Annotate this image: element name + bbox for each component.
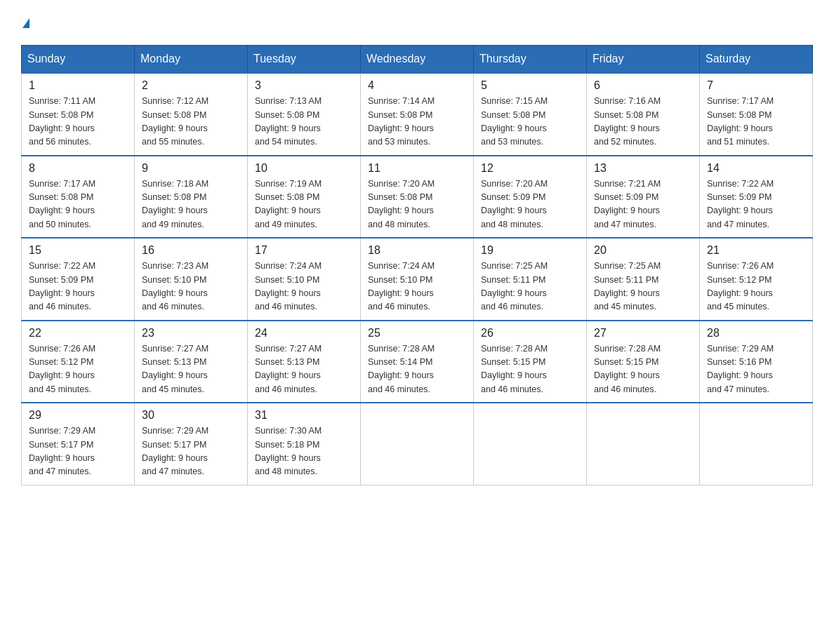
week-row: 15 Sunrise: 7:22 AMSunset: 5:09 PMDaylig…	[22, 238, 813, 321]
calendar-cell: 24 Sunrise: 7:27 AMSunset: 5:13 PMDaylig…	[248, 321, 361, 403]
calendar-cell: 12 Sunrise: 7:20 AMSunset: 5:09 PMDaylig…	[474, 156, 587, 239]
day-info: Sunrise: 7:29 AMSunset: 5:16 PMDaylight:…	[707, 342, 805, 397]
calendar-cell: 30 Sunrise: 7:29 AMSunset: 5:17 PMDaylig…	[135, 403, 248, 485]
calendar-cell: 8 Sunrise: 7:17 AMSunset: 5:08 PMDayligh…	[22, 156, 135, 239]
calendar-cell: 20 Sunrise: 7:25 AMSunset: 5:11 PMDaylig…	[587, 238, 700, 321]
day-info: Sunrise: 7:29 AMSunset: 5:17 PMDaylight:…	[29, 424, 127, 479]
day-number: 6	[594, 79, 692, 92]
calendar-cell: 10 Sunrise: 7:19 AMSunset: 5:08 PMDaylig…	[248, 156, 361, 239]
calendar-cell	[700, 403, 813, 485]
calendar-cell: 2 Sunrise: 7:12 AMSunset: 5:08 PMDayligh…	[135, 73, 248, 156]
calendar-cell: 15 Sunrise: 7:22 AMSunset: 5:09 PMDaylig…	[22, 238, 135, 321]
day-info: Sunrise: 7:17 AMSunset: 5:08 PMDaylight:…	[29, 177, 127, 232]
calendar-cell: 29 Sunrise: 7:29 AMSunset: 5:17 PMDaylig…	[22, 403, 135, 485]
calendar-cell: 19 Sunrise: 7:25 AMSunset: 5:11 PMDaylig…	[474, 238, 587, 321]
day-number: 21	[707, 244, 805, 257]
day-info: Sunrise: 7:28 AMSunset: 5:15 PMDaylight:…	[481, 342, 579, 397]
day-info: Sunrise: 7:14 AMSunset: 5:08 PMDaylight:…	[368, 95, 466, 149]
calendar-cell: 17 Sunrise: 7:24 AMSunset: 5:10 PMDaylig…	[248, 238, 361, 321]
day-number: 15	[29, 244, 127, 257]
calendar-cell: 4 Sunrise: 7:14 AMSunset: 5:08 PMDayligh…	[361, 73, 474, 156]
day-number: 3	[255, 79, 353, 92]
logo-triangle-icon	[22, 18, 29, 28]
calendar-cell: 13 Sunrise: 7:21 AMSunset: 5:09 PMDaylig…	[587, 156, 700, 239]
day-of-week-header: Saturday	[700, 46, 813, 74]
day-info: Sunrise: 7:24 AMSunset: 5:10 PMDaylight:…	[368, 260, 466, 314]
calendar-cell	[361, 403, 474, 485]
calendar-table: SundayMondayTuesdayWednesdayThursdayFrid…	[21, 45, 813, 485]
week-row: 29 Sunrise: 7:29 AMSunset: 5:17 PMDaylig…	[22, 403, 813, 485]
day-number: 31	[255, 409, 353, 422]
day-of-week-header: Friday	[587, 46, 700, 74]
day-info: Sunrise: 7:21 AMSunset: 5:09 PMDaylight:…	[594, 177, 692, 232]
day-number: 26	[481, 327, 579, 340]
day-number: 28	[707, 327, 805, 340]
day-info: Sunrise: 7:25 AMSunset: 5:11 PMDaylight:…	[594, 260, 692, 314]
calendar-cell: 21 Sunrise: 7:26 AMSunset: 5:12 PMDaylig…	[700, 238, 813, 321]
day-info: Sunrise: 7:24 AMSunset: 5:10 PMDaylight:…	[255, 260, 353, 314]
calendar-cell	[474, 403, 587, 485]
day-number: 5	[481, 79, 579, 92]
day-info: Sunrise: 7:12 AMSunset: 5:08 PMDaylight:…	[142, 95, 240, 149]
calendar-cell: 31 Sunrise: 7:30 AMSunset: 5:18 PMDaylig…	[248, 403, 361, 485]
calendar-cell: 9 Sunrise: 7:18 AMSunset: 5:08 PMDayligh…	[135, 156, 248, 239]
day-number: 11	[368, 162, 466, 175]
day-info: Sunrise: 7:28 AMSunset: 5:15 PMDaylight:…	[594, 342, 692, 397]
calendar-cell: 11 Sunrise: 7:20 AMSunset: 5:08 PMDaylig…	[361, 156, 474, 239]
day-number: 24	[255, 327, 353, 340]
day-info: Sunrise: 7:22 AMSunset: 5:09 PMDaylight:…	[29, 260, 127, 314]
day-info: Sunrise: 7:27 AMSunset: 5:13 PMDaylight:…	[142, 342, 240, 397]
day-number: 1	[29, 79, 127, 92]
day-of-week-header: Wednesday	[361, 46, 474, 74]
calendar-cell	[587, 403, 700, 485]
calendar-cell: 27 Sunrise: 7:28 AMSunset: 5:15 PMDaylig…	[587, 321, 700, 403]
day-number: 10	[255, 162, 353, 175]
day-info: Sunrise: 7:16 AMSunset: 5:08 PMDaylight:…	[594, 95, 692, 149]
day-info: Sunrise: 7:23 AMSunset: 5:10 PMDaylight:…	[142, 260, 240, 314]
calendar-cell: 25 Sunrise: 7:28 AMSunset: 5:14 PMDaylig…	[361, 321, 474, 403]
day-info: Sunrise: 7:26 AMSunset: 5:12 PMDaylight:…	[707, 260, 805, 314]
day-number: 4	[368, 79, 466, 92]
day-number: 13	[594, 162, 692, 175]
calendar-cell: 22 Sunrise: 7:26 AMSunset: 5:12 PMDaylig…	[22, 321, 135, 403]
day-of-week-header: Thursday	[474, 46, 587, 74]
day-number: 18	[368, 244, 466, 257]
day-number: 2	[142, 79, 240, 92]
week-row: 8 Sunrise: 7:17 AMSunset: 5:08 PMDayligh…	[22, 156, 813, 239]
day-number: 25	[368, 327, 466, 340]
day-number: 27	[594, 327, 692, 340]
calendar-cell: 23 Sunrise: 7:27 AMSunset: 5:13 PMDaylig…	[135, 321, 248, 403]
calendar-cell: 16 Sunrise: 7:23 AMSunset: 5:10 PMDaylig…	[135, 238, 248, 321]
week-row: 1 Sunrise: 7:11 AMSunset: 5:08 PMDayligh…	[22, 73, 813, 156]
day-number: 8	[29, 162, 127, 175]
day-number: 22	[29, 327, 127, 340]
calendar-cell: 6 Sunrise: 7:16 AMSunset: 5:08 PMDayligh…	[587, 73, 700, 156]
day-info: Sunrise: 7:20 AMSunset: 5:09 PMDaylight:…	[481, 177, 579, 232]
day-number: 14	[707, 162, 805, 175]
day-info: Sunrise: 7:28 AMSunset: 5:14 PMDaylight:…	[368, 342, 466, 397]
day-number: 17	[255, 244, 353, 257]
day-number: 7	[707, 79, 805, 92]
day-of-week-header: Monday	[135, 46, 248, 74]
day-number: 30	[142, 409, 240, 422]
day-info: Sunrise: 7:15 AMSunset: 5:08 PMDaylight:…	[481, 95, 579, 149]
day-info: Sunrise: 7:22 AMSunset: 5:09 PMDaylight:…	[707, 177, 805, 232]
calendar-cell: 7 Sunrise: 7:17 AMSunset: 5:08 PMDayligh…	[700, 73, 813, 156]
calendar-cell: 1 Sunrise: 7:11 AMSunset: 5:08 PMDayligh…	[22, 73, 135, 156]
day-number: 23	[142, 327, 240, 340]
day-number: 16	[142, 244, 240, 257]
day-number: 12	[481, 162, 579, 175]
day-of-week-header: Sunday	[22, 46, 135, 74]
calendar-cell: 18 Sunrise: 7:24 AMSunset: 5:10 PMDaylig…	[361, 238, 474, 321]
day-info: Sunrise: 7:29 AMSunset: 5:17 PMDaylight:…	[142, 424, 240, 479]
day-info: Sunrise: 7:20 AMSunset: 5:08 PMDaylight:…	[368, 177, 466, 232]
day-info: Sunrise: 7:13 AMSunset: 5:08 PMDaylight:…	[255, 95, 353, 149]
calendar-cell: 28 Sunrise: 7:29 AMSunset: 5:16 PMDaylig…	[700, 321, 813, 403]
day-of-week-header: Tuesday	[248, 46, 361, 74]
day-number: 29	[29, 409, 127, 422]
day-info: Sunrise: 7:11 AMSunset: 5:08 PMDaylight:…	[29, 95, 127, 149]
day-info: Sunrise: 7:19 AMSunset: 5:08 PMDaylight:…	[255, 177, 353, 232]
day-info: Sunrise: 7:18 AMSunset: 5:08 PMDaylight:…	[142, 177, 240, 232]
calendar-cell: 3 Sunrise: 7:13 AMSunset: 5:08 PMDayligh…	[248, 73, 361, 156]
calendar-cell: 14 Sunrise: 7:22 AMSunset: 5:09 PMDaylig…	[700, 156, 813, 239]
